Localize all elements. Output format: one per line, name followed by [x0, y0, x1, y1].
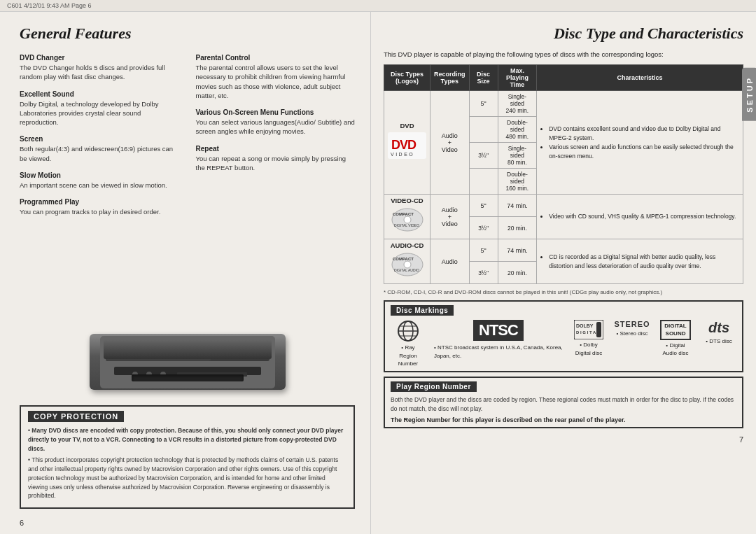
- features-columns: DVD Changer The DVD Changer holds 5 disc…: [20, 54, 355, 321]
- table-row-vcd: VIDEO-CD COMPACT DIGITAL VIDEO Audio+: [384, 195, 743, 217]
- vcd-logo-svg: COMPACT DIGITAL VIDEO: [390, 207, 425, 232]
- right-panel: SETUP Disc Type and Characteristics This…: [371, 12, 756, 534]
- dvd-time-double-480: Double-sided480 min.: [498, 117, 537, 143]
- th-disc-size: Disc Size: [469, 65, 498, 91]
- dvd-time-double-160: Double-sided160 min.: [498, 169, 537, 195]
- feature-excellent-sound: Excellent Sound Dolby Digital, a technol…: [20, 90, 179, 127]
- svg-rect-1: [106, 340, 270, 361]
- svg-text:DVD: DVD: [391, 138, 416, 152]
- th-disc-types: Disc Types(Logos): [384, 65, 430, 91]
- main-content: General Features DVD Changer The DVD Cha…: [0, 12, 756, 534]
- disc-markings-title: Disc Markings: [391, 305, 454, 316]
- feature-programmed-play: Programmed Play You can program tracks t…: [20, 198, 179, 216]
- svg-rect-2: [106, 340, 211, 361]
- acd-time-74: 74 min.: [498, 239, 537, 262]
- svg-point-11: [160, 372, 166, 377]
- svg-text:DIGITAL VIDEO: DIGITAL VIDEO: [394, 223, 419, 227]
- dvd-recording-cell: Audio+Video: [430, 91, 470, 195]
- dts-label: • DTS disc: [706, 337, 732, 345]
- feature-dvd-changer: DVD Changer The DVD Changer holds 5 disc…: [20, 54, 179, 82]
- disc-intro-text: This DVD player is capable of playing th…: [384, 50, 743, 59]
- th-playing-time: Max.Playing Time: [498, 65, 537, 91]
- th-characteristics: Characteristics: [537, 65, 743, 91]
- acd-logo-svg: COMPACT DIGITAL AUDIO: [390, 252, 425, 277]
- th-recording-types: RecordingTypes: [430, 65, 470, 91]
- page-number-right: 7: [384, 435, 743, 444]
- acd-size-5: 5": [469, 239, 498, 262]
- svg-text:COMPACT: COMPACT: [393, 257, 414, 261]
- stereo-label: • Stereo disc: [616, 330, 648, 337]
- digital-sound-icon: DIGITALSOUND: [660, 320, 690, 340]
- feature-screen: Screen Both regular(4:3) and widescreen(…: [20, 135, 179, 163]
- play-region-box: Play Region Number Both the DVD player a…: [384, 377, 743, 428]
- table-row-dvd: DVD DVD VIDEO Audio+Video 5: [384, 91, 743, 117]
- copy-protection-title: COPY PROTECTION: [28, 411, 124, 422]
- digital-sound-label: • DigitalAudio disc: [663, 342, 689, 357]
- markings-row: • Ray Region Number NTSC • NTSC broadcas…: [391, 320, 736, 367]
- header-bar: C601 4/12/01 9:43 AM Page 6: [0, 0, 756, 12]
- svg-point-9: [132, 372, 138, 377]
- dolby-icon: DOLBY D I G I T A L: [574, 320, 603, 339]
- dvd-size-5-2: [469, 117, 498, 143]
- marking-ntsc: NTSC • NTSC broadcast system in U.S.A, C…: [434, 320, 563, 359]
- page-number-left: 6: [20, 519, 355, 527]
- dvd-player-svg: [100, 336, 275, 388]
- dvd-time-single-240: Single-sided240 min.: [498, 91, 537, 117]
- dvd-characteristics: DVD contains excellent sound and video d…: [537, 91, 743, 195]
- feature-parental-control: Parental Control The parental control al…: [196, 54, 356, 100]
- svg-text:DOLBY: DOLBY: [576, 323, 594, 328]
- svg-point-21: [404, 261, 411, 268]
- marking-dts: dts • DTS disc: [701, 320, 736, 345]
- table-row-acd: AUDIO-CD COMPACT DIGITAL AUDIO Audio: [384, 239, 743, 262]
- feature-repeat: Repeat You can repeat a song or movie si…: [196, 145, 356, 173]
- dvd-size-5: 5": [469, 91, 498, 117]
- vcd-characteristics: Video with CD sound, VHS quality & MPEG-…: [537, 195, 743, 239]
- svg-text:VIDEO: VIDEO: [391, 152, 414, 157]
- svg-text:COMPACT: COMPACT: [393, 212, 414, 216]
- vcd-size-3half: 3½": [469, 217, 498, 239]
- dvd-time-single-80: Single-sided80 min.: [498, 143, 537, 169]
- dvd-size-3half-2: [469, 169, 498, 195]
- acd-type-cell: AUDIO-CD COMPACT DIGITAL AUDIO: [384, 239, 430, 284]
- vcd-time-74: 74 min.: [498, 195, 537, 217]
- copy-protection-bullet-2: • This product incorporates copyright pr…: [28, 456, 346, 500]
- header-text: C601 4/12/01 9:43 AM Page 6: [7, 2, 92, 9]
- dvd-player-image: [90, 334, 286, 390]
- svg-rect-5: [226, 343, 234, 349]
- footnote-text: * CD-ROM, CD-I, CD-R and DVD-ROM discs c…: [384, 288, 743, 296]
- svg-rect-12: [177, 372, 247, 377]
- right-title: Disc Type and Characteristics: [384, 24, 743, 43]
- feature-col-2: Parental Control The parental control al…: [196, 54, 356, 321]
- left-title: General Features: [20, 24, 355, 43]
- copy-protection-box: COPY PROTECTION • Many DVD discs are enc…: [20, 405, 355, 509]
- copy-protection-text: • Many DVD discs are encoded with copy p…: [28, 426, 346, 500]
- stereo-icon: STEREO: [614, 320, 650, 328]
- vcd-size-5: 5": [469, 195, 498, 217]
- marking-dolby: DOLBY D I G I T A L • DolbyDigital disc: [571, 320, 606, 356]
- acd-recording-cell: Audio: [430, 239, 470, 284]
- svg-rect-3: [114, 344, 198, 357]
- vcd-type-cell: VIDEO-CD COMPACT DIGITAL VIDEO: [384, 195, 430, 239]
- dolby-label: • DolbyDigital disc: [575, 341, 603, 356]
- svg-rect-0: [100, 336, 275, 388]
- svg-rect-4: [212, 343, 225, 349]
- svg-point-17: [404, 216, 411, 223]
- dts-icon: dts: [708, 320, 729, 336]
- copy-protection-bullet-1: • Many DVD discs are encoded with copy p…: [28, 426, 346, 453]
- marking-stereo: STEREO • Stereo disc: [615, 320, 650, 337]
- acd-characteristics: CD is recorded as a Digital Signal with …: [537, 239, 743, 284]
- dvd-type-cell: DVD DVD VIDEO: [384, 91, 430, 195]
- dvd-size-3half: 3½": [469, 143, 498, 169]
- page-wrapper: C601 4/12/01 9:43 AM Page 6 General Feat…: [0, 0, 756, 534]
- vcd-time-20: 20 min.: [498, 217, 537, 239]
- acd-time-20: 20 min.: [498, 262, 537, 284]
- svg-rect-6: [212, 350, 247, 354]
- acd-size-3half: 3½": [469, 262, 498, 284]
- ray-region-label: • Ray Region Number: [398, 344, 418, 367]
- disc-markings-box: Disc Markings •: [384, 300, 743, 372]
- region-text: Both the DVD player and the discs are co…: [391, 395, 736, 414]
- ntsc-label: • NTSC broadcast system in U.S.A, Canada…: [434, 344, 563, 359]
- svg-text:D I G I T A L: D I G I T A L: [576, 330, 600, 335]
- left-panel: General Features DVD Changer The DVD Cha…: [0, 12, 371, 534]
- marking-ray-region: • Ray Region Number: [391, 320, 426, 367]
